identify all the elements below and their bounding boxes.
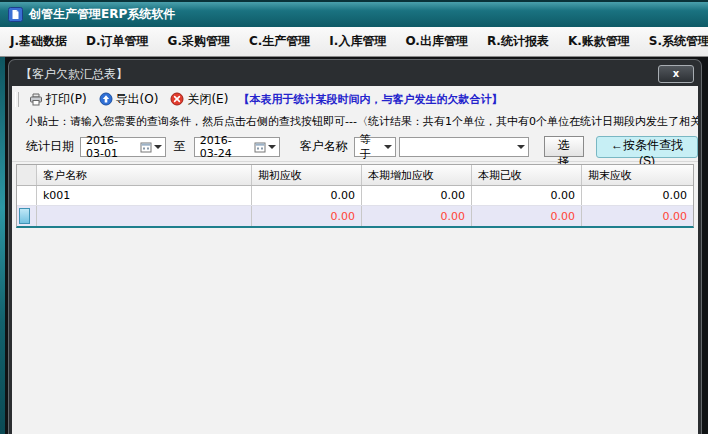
report-toolbar: 打印(P) 导出(O) 关闭(E) 【本表用于统计某段时间内，与客户发生的欠款合…	[12, 86, 698, 110]
printer-icon	[29, 93, 43, 106]
dropdown-arrow-icon	[268, 145, 276, 149]
cell-initial-receivable: 0.00	[252, 186, 362, 205]
export-label: 导出(O)	[116, 91, 159, 108]
close-button[interactable]: x	[658, 65, 694, 83]
menu-item-base-data[interactable]: J.基础数据	[10, 33, 67, 50]
erp-main-window: 创管生产管理ERP系统软件 J.基础数据 D.订单管理 G.采购管理 C.生产管…	[0, 0, 708, 434]
operator-select[interactable]: 等于	[354, 137, 396, 157]
selector-header-cell	[17, 165, 37, 185]
report-content: 打印(P) 导出(O) 关闭(E) 【本表用于统计某段时间内，与客户发生的欠款合…	[12, 86, 698, 434]
hint-text: 小贴士：请输入您需要的查询条件，然后点击右侧的查找按钮即可---〈统计结果：共有…	[12, 110, 698, 132]
header-ending-receivable[interactable]: 期末应收	[582, 165, 693, 185]
row-selector-cell	[17, 186, 37, 205]
window-titlebar: 创管生产管理ERP系统软件	[0, 0, 708, 27]
toolbar-grip	[15, 92, 19, 107]
search-by-condition-button[interactable]: ←按条件查找(S)	[596, 136, 698, 158]
header-received[interactable]: 本期已收	[472, 165, 582, 185]
dropdown-arrow-icon	[154, 145, 162, 149]
totals-initial-receivable: 0.00	[252, 206, 362, 226]
menu-item-production[interactable]: C.生产管理	[249, 33, 310, 50]
print-label: 打印(P)	[46, 91, 87, 108]
export-button[interactable]: 导出(O)	[95, 90, 163, 109]
summary-table: 客户名称 期初应收 本期增加应收 本期已收 期末应收 k001 0.00 0.0…	[16, 164, 694, 228]
app-icon	[8, 7, 23, 22]
print-button[interactable]: 打印(P)	[25, 90, 91, 109]
close-circle-icon	[170, 92, 184, 106]
close-report-label: 关闭(E)	[187, 91, 228, 108]
menubar: J.基础数据 D.订单管理 G.采购管理 C.生产管理 I.入库管理 O.出库管…	[0, 27, 708, 57]
select-customer-button[interactable]: 选择	[544, 136, 584, 157]
customer-name-label: 客户名称	[300, 138, 348, 155]
close-report-button[interactable]: 关闭(E)	[166, 90, 232, 109]
header-added-receivable[interactable]: 本期增加应收	[362, 165, 472, 185]
empty-area	[12, 228, 698, 434]
date-from-picker[interactable]	[140, 141, 162, 153]
date-from-value: 2016-03-01	[86, 134, 136, 160]
header-initial-receivable[interactable]: 期初应收	[252, 165, 362, 185]
menu-item-system[interactable]: S.系统管理	[649, 33, 708, 50]
totals-row[interactable]: 0.00 0.00 0.00 0.00	[17, 206, 693, 226]
date-to-value: 2016-03-24	[200, 134, 250, 160]
cell-customer-name: k001	[37, 186, 252, 205]
calendar-icon	[140, 141, 152, 153]
menu-item-inbound[interactable]: I.入库管理	[329, 33, 386, 50]
date-from-input[interactable]: 2016-03-01	[80, 137, 166, 157]
report-description: 【本表用于统计某段时间内，与客户发生的欠款合计】	[238, 92, 502, 107]
report-title: 【客户欠款汇总表】	[20, 66, 128, 83]
date-to-input[interactable]: 2016-03-24	[194, 137, 280, 157]
window-left-edge	[0, 57, 5, 434]
totals-received: 0.00	[472, 206, 582, 226]
export-icon	[99, 92, 113, 106]
active-row-marker	[19, 208, 30, 224]
cell-added-receivable: 0.00	[362, 186, 472, 205]
calendar-icon	[254, 141, 266, 153]
date-to-label: 至	[174, 138, 186, 155]
menu-item-accounts[interactable]: K.账款管理	[568, 33, 630, 50]
report-titlebar: 【客户欠款汇总表】 x	[12, 60, 698, 86]
report-window: 【客户欠款汇总表】 x 打印(P) 导出(O)	[8, 59, 702, 434]
filter-row: 统计日期 2016-03-01 至 2016-03-24	[12, 132, 698, 162]
totals-added-receivable: 0.00	[362, 206, 472, 226]
operator-value: 等于	[360, 132, 380, 162]
cell-ending-receivable: 0.00	[582, 186, 693, 205]
totals-ending-receivable: 0.00	[582, 206, 693, 226]
row-selector-cell	[17, 206, 37, 226]
menu-item-orders[interactable]: D.订单管理	[86, 33, 149, 50]
menu-item-outbound[interactable]: O.出库管理	[405, 33, 468, 50]
menu-item-reports[interactable]: R.统计报表	[487, 33, 549, 50]
date-to-picker[interactable]	[254, 141, 276, 153]
date-range-label: 统计日期	[26, 138, 74, 155]
cell-received: 0.00	[472, 186, 582, 205]
table-row[interactable]: k001 0.00 0.00 0.00 0.00	[17, 186, 693, 206]
header-customer-name[interactable]: 客户名称	[37, 165, 252, 185]
menu-item-purchasing[interactable]: G.采购管理	[168, 33, 230, 50]
table-header-row: 客户名称 期初应收 本期增加应收 本期已收 期末应收	[17, 165, 693, 186]
dropdown-arrow-icon	[517, 145, 525, 149]
window-title: 创管生产管理ERP系统软件	[29, 6, 175, 23]
totals-customer-name	[37, 206, 252, 226]
customer-combo[interactable]	[399, 137, 529, 157]
mdi-area: 【客户欠款汇总表】 x 打印(P) 导出(O)	[0, 57, 708, 434]
dropdown-arrow-icon	[384, 145, 392, 149]
